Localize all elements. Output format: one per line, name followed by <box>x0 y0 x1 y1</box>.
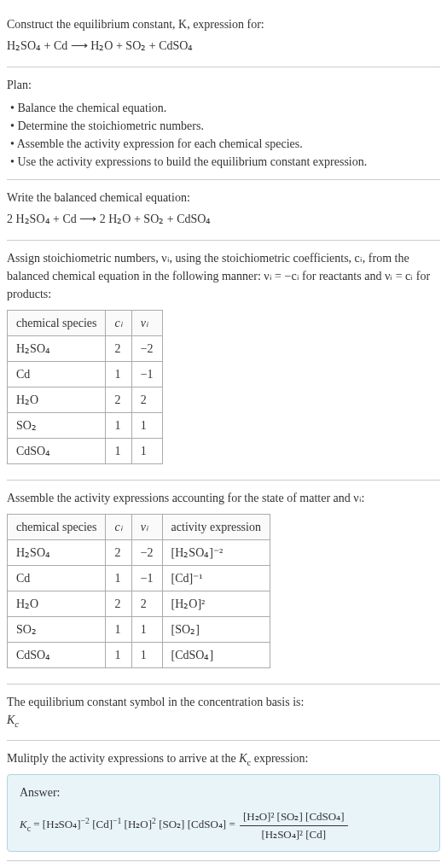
balanced-heading: Write the balanced chemical equation: <box>7 189 440 207</box>
table-header-row: chemical species cᵢ νᵢ activity expressi… <box>8 515 270 540</box>
cell-species: H₂SO₄ <box>8 540 106 566</box>
answer-numerator: [H₂O]² [SO₂] [CdSO₄] <box>240 808 348 826</box>
cell-expr: [H₂SO₄]⁻² <box>162 540 270 566</box>
cell-c: 1 <box>106 643 131 668</box>
table-row: Cd 1 −1 [Cd]⁻¹ <box>8 566 270 591</box>
plan-item: • Use the activity expressions to build … <box>10 153 440 171</box>
balanced-section: Write the balanced chemical equation: 2 … <box>7 180 440 241</box>
cell-v: −2 <box>131 540 162 566</box>
col-v: νᵢ <box>131 311 162 336</box>
activity-table: chemical species cᵢ νᵢ activity expressi… <box>7 514 270 668</box>
cell-v: 1 <box>131 413 162 439</box>
cell-expr: [SO₂] <box>162 617 270 643</box>
activity-text: Assemble the activity expressions accoun… <box>7 489 440 507</box>
table-row: SO₂ 1 1 <box>8 413 163 439</box>
cell-species: H₂SO₄ <box>8 336 106 362</box>
plan-item: • Assemble the activity expression for e… <box>10 135 440 153</box>
stoich-table: chemical species cᵢ νᵢ H₂SO₄ 2 −2 Cd 1 −… <box>7 310 163 464</box>
table-row: CdSO₄ 1 1 <box>8 439 163 464</box>
cell-species: CdSO₄ <box>8 643 106 668</box>
cell-species: H₂O <box>8 387 106 413</box>
cell-species: SO₂ <box>8 413 106 439</box>
cell-species: H₂O <box>8 591 106 617</box>
col-c: cᵢ <box>106 311 131 336</box>
cell-v: −2 <box>131 336 162 362</box>
cell-species: Cd <box>8 362 106 387</box>
intro-equation: H₂SO₄ + Cd ⟶ H₂O + SO₂ + CdSO₄ <box>7 37 440 55</box>
cell-v: −1 <box>131 362 162 387</box>
plan-heading: Plan: <box>7 76 440 94</box>
symbol-section: The equilibrium constant symbol in the c… <box>7 684 440 741</box>
table-header-row: chemical species cᵢ νᵢ <box>8 311 163 336</box>
table-row: H₂O 2 2 <box>8 387 163 413</box>
answer-formula: Kc = [H₂SO₄]−2 [Cd]−1 [H₂O]2 [SO₂] [CdSO… <box>20 808 427 842</box>
answer-box: Answer: Kc = [H₂SO₄]−2 [Cd]−1 [H₂O]2 [SO… <box>7 774 440 852</box>
stoich-text: Assign stoichiometric numbers, νᵢ, using… <box>7 249 440 303</box>
plan-list: • Balance the chemical equation. • Deter… <box>7 99 440 171</box>
cell-c: 1 <box>106 362 131 387</box>
symbol-text: The equilibrium constant symbol in the c… <box>7 693 440 711</box>
cell-species: Cd <box>8 566 106 591</box>
col-species: chemical species <box>8 311 106 336</box>
cell-species: SO₂ <box>8 617 106 643</box>
cell-v: 2 <box>131 387 162 413</box>
balanced-equation: 2 H₂SO₄ + Cd ⟶ 2 H₂O + SO₂ + CdSO₄ <box>7 210 440 228</box>
col-species: chemical species <box>8 515 106 540</box>
multiply-section: Mulitply the activity expressions to arr… <box>7 741 440 862</box>
col-v: νᵢ <box>131 515 162 540</box>
cell-v: −1 <box>131 566 162 591</box>
cell-expr: [H₂O]² <box>162 591 270 617</box>
cell-c: 1 <box>106 439 131 464</box>
cell-c: 1 <box>106 566 131 591</box>
plan-item: • Balance the chemical equation. <box>10 99 440 117</box>
stoich-section: Assign stoichiometric numbers, νᵢ, using… <box>7 241 440 481</box>
cell-c: 2 <box>106 540 131 566</box>
table-row: CdSO₄ 1 1 [CdSO₄] <box>8 643 270 668</box>
plan-item: • Determine the stoichiometric numbers. <box>10 117 440 135</box>
table-row: H₂SO₄ 2 −2 [H₂SO₄]⁻² <box>8 540 270 566</box>
multiply-text: Mulitply the activity expressions to arr… <box>7 749 440 770</box>
cell-species: CdSO₄ <box>8 439 106 464</box>
intro-prompt: Construct the equilibrium constant, K, e… <box>7 15 440 33</box>
cell-c: 1 <box>106 617 131 643</box>
cell-c: 2 <box>106 336 131 362</box>
cell-expr: [Cd]⁻¹ <box>162 566 270 591</box>
cell-v: 2 <box>131 591 162 617</box>
cell-c: 2 <box>106 591 131 617</box>
cell-v: 1 <box>131 439 162 464</box>
table-row: Cd 1 −1 <box>8 362 163 387</box>
table-row: H₂O 2 2 [H₂O]² <box>8 591 270 617</box>
answer-denominator: [H₂SO₄]² [Cd] <box>240 826 348 843</box>
plan-section: Plan: • Balance the chemical equation. •… <box>7 67 440 180</box>
symbol-value: Kc <box>7 711 440 731</box>
intro-section: Construct the equilibrium constant, K, e… <box>7 7 440 67</box>
table-row: H₂SO₄ 2 −2 <box>8 336 163 362</box>
answer-label: Answer: <box>20 784 427 801</box>
answer-fraction: [H₂O]² [SO₂] [CdSO₄] [H₂SO₄]² [Cd] <box>240 808 348 842</box>
cell-c: 1 <box>106 413 131 439</box>
cell-v: 1 <box>131 643 162 668</box>
col-expr: activity expression <box>162 515 270 540</box>
cell-c: 2 <box>106 387 131 413</box>
cell-v: 1 <box>131 617 162 643</box>
activity-section: Assemble the activity expressions accoun… <box>7 481 440 684</box>
table-row: SO₂ 1 1 [SO₂] <box>8 617 270 643</box>
col-c: cᵢ <box>106 515 131 540</box>
cell-expr: [CdSO₄] <box>162 643 270 668</box>
